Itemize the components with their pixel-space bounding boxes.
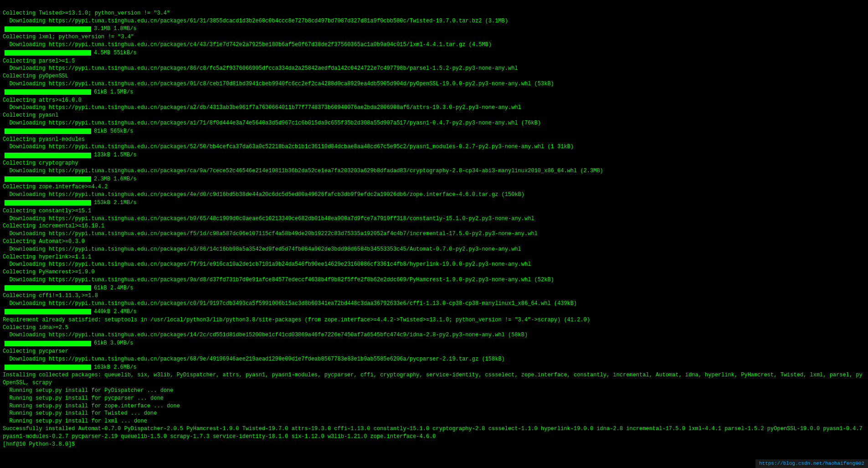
progress-bar-row: 440kB 2.4MB/s xyxy=(5,308,865,316)
terminal-line: Collecting Automat>=0.3.0 xyxy=(3,238,865,246)
terminal-line: Collecting pyasnl xyxy=(3,112,865,119)
progress-bar-fill xyxy=(5,176,91,182)
progress-info: 133kB 1.5MB/s xyxy=(94,151,137,159)
progress-bar-wrapper xyxy=(5,176,91,182)
progress-bar-wrapper xyxy=(5,200,91,206)
terminal-line: Running setup.py install for Twisted ...… xyxy=(3,410,865,417)
progress-info: 2.3MB 1.6MB/s xyxy=(94,175,137,183)
terminal-line: Collecting parsel>=1.5 xyxy=(3,57,865,65)
progress-info: 163kB 2.6MB/s xyxy=(94,364,137,371)
terminal-line: Downloading https://pypi.tuna.tsinghua.e… xyxy=(3,143,865,151)
progress-bar-row: 61kB 2.4MB/s xyxy=(5,284,865,292)
terminal-line: Collecting incremental>=16.10.1 xyxy=(3,222,865,230)
terminal-output: Collecting Twisted>=13.1.0; python_versi… xyxy=(3,2,865,448)
terminal-line: Collecting pyOpenSSL xyxy=(3,72,865,80)
terminal-line: Downloading https://pypi.tuna.tsinghua.e… xyxy=(3,300,865,308)
progress-bar-fill xyxy=(5,153,91,158)
terminal-line: Downloading https://pypi.tuna.tsinghua.e… xyxy=(3,246,865,253)
progress-bar-row: 4.5MB 551kB/s xyxy=(5,49,865,57)
terminal-line: Downloading https://pypi.tuna.tsinghua.e… xyxy=(3,191,865,199)
progress-bar-fill xyxy=(5,89,91,95)
terminal-line: Running setup.py install for zope.interf… xyxy=(3,402,865,410)
progress-info: 3.1MB 1.8MB/s xyxy=(94,25,137,33)
progress-info: 81kB 565kB/s xyxy=(94,128,133,135)
terminal-line: Downloading https://pypi.tuna.tsinghua.e… xyxy=(3,215,865,223)
terminal-line: Collecting zope.interface>=4.4.2 xyxy=(3,183,865,191)
progress-bar-row: 81kB 565kB/s xyxy=(5,128,865,135)
progress-bar-fill xyxy=(5,200,91,206)
progress-info: 440kB 2.4MB/s xyxy=(94,308,137,316)
progress-bar-fill xyxy=(5,309,91,314)
terminal-line: Downloading https://pypi.tuna.tsinghua.e… xyxy=(3,104,865,112)
terminal-line: Running setup.py install for PyDispatche… xyxy=(3,387,865,395)
progress-bar-row: 153kB 2.1MB/s xyxy=(5,199,865,207)
progress-bar-wrapper xyxy=(5,341,91,346)
terminal-line: Collecting cffi!=1.11.3,>=1.8 xyxy=(3,292,865,300)
progress-bar-wrapper xyxy=(5,50,91,56)
terminal-line: Collecting Twisted>=13.1.0; python_versi… xyxy=(3,10,865,17)
progress-bar-row: 2.3MB 1.6MB/s xyxy=(5,175,865,183)
terminal-line: Collecting constantly>=15.1 xyxy=(3,207,865,215)
progress-bar-wrapper xyxy=(5,365,91,370)
terminal-line: Downloading https://pypi.tuna.tsinghua.e… xyxy=(3,355,865,363)
bottom-link: https://blog.csdn.net/haohaifeng002 xyxy=(755,459,868,468)
terminal-line: Downloading https://pypi.tuna.tsinghua.e… xyxy=(3,119,865,127)
terminal-line: Running setup.py install for lxml ... do… xyxy=(3,417,865,425)
terminal-line: Downloading https://pypi.tuna.tsinghua.e… xyxy=(3,261,865,268)
progress-info: 61kB 1.5MB/s xyxy=(94,88,133,96)
terminal-line: Requirement already satisfied: setuptool… xyxy=(3,316,865,324)
terminal-line: Collecting lxml; python_version != "3.4" xyxy=(3,33,865,41)
progress-bar-row: 163kB 2.6MB/s xyxy=(5,364,865,371)
progress-bar-row: 133kB 1.5MB/s xyxy=(5,151,865,159)
terminal-line: Downloading https://pypi.tuna.tsinghua.e… xyxy=(3,167,865,175)
terminal-line: Collecting pyasnl-modules xyxy=(3,136,865,144)
progress-bar-row: 61kB 3.0MB/s xyxy=(5,339,865,347)
progress-info: 61kB 3.0MB/s xyxy=(94,339,133,347)
progress-bar-fill xyxy=(5,341,91,346)
terminal-line: Downloading https://pypi.tuna.tsinghua.e… xyxy=(3,41,865,49)
terminal-line: Running setup.py install for pycparser .… xyxy=(3,395,865,402)
progress-info: 4.5MB 551kB/s xyxy=(94,49,137,57)
terminal-line: Collecting pycparser xyxy=(3,348,865,355)
progress-bar-fill xyxy=(5,26,91,32)
progress-bar-wrapper xyxy=(5,285,91,291)
progress-bar-wrapper xyxy=(5,153,91,158)
terminal-line: Collecting attrs>=16.0.0 xyxy=(3,97,865,104)
progress-bar-fill xyxy=(5,285,91,291)
progress-bar-row: 61kB 1.5MB/s xyxy=(5,88,865,96)
progress-bar-fill xyxy=(5,50,91,56)
terminal-line: Downloading https://pypi.tuna.tsinghua.e… xyxy=(3,230,865,238)
terminal-line: Collecting PyHamcrest>=1.9.0 xyxy=(3,268,865,276)
terminal-line: Installing collected packages: queuelib,… xyxy=(3,371,865,387)
progress-bar-row: 3.1MB 1.8MB/s xyxy=(5,25,865,33)
progress-bar-wrapper xyxy=(5,129,91,134)
progress-info: 153kB 2.1MB/s xyxy=(94,199,137,207)
terminal-line: Downloading https://pypi.tuna.tsinghua.e… xyxy=(3,331,865,339)
terminal-line: Downloading https://pypi.tuna.tsinghua.e… xyxy=(3,65,865,72)
progress-bar-fill xyxy=(5,365,91,370)
terminal-line: Downloading https://pypi.tuna.tsinghua.e… xyxy=(3,276,865,284)
progress-bar-wrapper xyxy=(5,26,91,32)
progress-bar-wrapper xyxy=(5,89,91,95)
progress-bar-fill xyxy=(5,129,91,134)
terminal-line: Collecting idna>=2.5 xyxy=(3,324,865,332)
terminal-line: Collecting cryptography xyxy=(3,159,865,167)
progress-bar-wrapper xyxy=(5,309,91,314)
terminal-line: Collecting hyperlink>=1.1.1 xyxy=(3,253,865,261)
terminal-line: [hnf@10 Python-3.8.0]$ xyxy=(3,441,865,448)
terminal-line: Successfully installed Automat-0.7.0 PyD… xyxy=(3,425,865,441)
terminal-line: Downloading https://pypi.tuna.tsinghua.e… xyxy=(3,17,865,25)
terminal-line: Downloading https://pypi.tuna.tsinghua.e… xyxy=(3,80,865,88)
progress-info: 61kB 2.4MB/s xyxy=(94,284,133,292)
